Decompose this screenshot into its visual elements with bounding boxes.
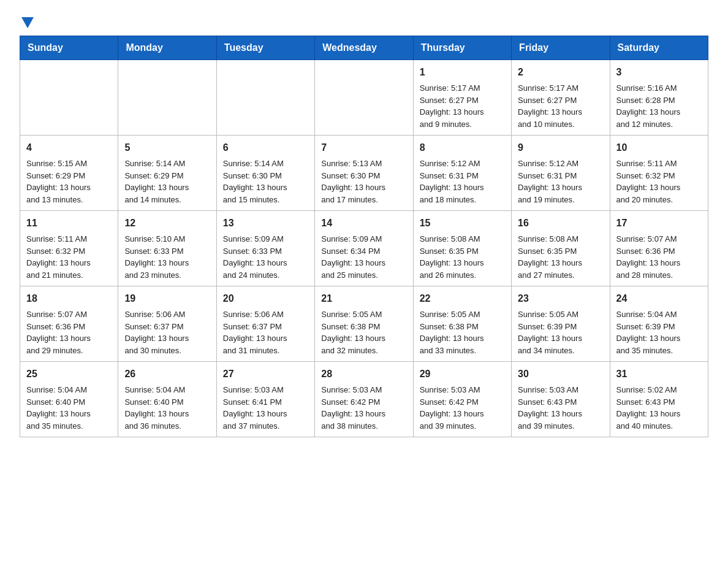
sun-info: Sunrise: 5:04 AM Sunset: 6:40 PM Dayligh… — [124, 384, 210, 432]
day-number: 10 — [616, 140, 702, 155]
sun-info: Sunrise: 5:12 AM Sunset: 6:31 PM Dayligh… — [518, 158, 603, 205]
sun-info: Sunrise: 5:06 AM Sunset: 6:37 PM Dayligh… — [124, 308, 210, 356]
calendar-week-3: 11Sunrise: 5:11 AM Sunset: 6:32 PM Dayli… — [20, 211, 708, 286]
weekday-header-tuesday: Tuesday — [216, 36, 314, 60]
day-number: 24 — [616, 291, 702, 306]
sun-info: Sunrise: 5:08 AM Sunset: 6:35 PM Dayligh… — [518, 233, 603, 281]
day-number: 14 — [321, 216, 406, 231]
day-number: 11 — [26, 216, 112, 231]
calendar-cell: 25Sunrise: 5:04 AM Sunset: 6:40 PM Dayli… — [20, 362, 118, 437]
day-number: 16 — [518, 216, 603, 231]
sun-info: Sunrise: 5:09 AM Sunset: 6:34 PM Dayligh… — [321, 233, 406, 281]
sun-info: Sunrise: 5:16 AM Sunset: 6:28 PM Dayligh… — [616, 82, 702, 130]
sun-info: Sunrise: 5:09 AM Sunset: 6:33 PM Dayligh… — [223, 233, 308, 281]
day-number: 5 — [124, 140, 210, 155]
sun-info: Sunrise: 5:04 AM Sunset: 6:40 PM Dayligh… — [26, 384, 112, 432]
calendar-cell: 2Sunrise: 5:17 AM Sunset: 6:27 PM Daylig… — [512, 60, 610, 136]
day-number: 2 — [518, 65, 603, 80]
sun-info: Sunrise: 5:05 AM Sunset: 6:39 PM Dayligh… — [518, 308, 603, 356]
day-number: 25 — [26, 367, 112, 381]
logo — [20, 15, 34, 26]
calendar-cell: 18Sunrise: 5:07 AM Sunset: 6:36 PM Dayli… — [20, 286, 118, 362]
sun-info: Sunrise: 5:14 AM Sunset: 6:30 PM Dayligh… — [223, 158, 308, 205]
weekday-header-row: SundayMondayTuesdayWednesdayThursdayFrid… — [20, 36, 708, 60]
sun-info: Sunrise: 5:10 AM Sunset: 6:33 PM Dayligh… — [124, 233, 210, 281]
day-number: 15 — [420, 216, 505, 231]
day-number: 30 — [518, 367, 603, 381]
day-number: 13 — [223, 216, 308, 231]
calendar-cell: 28Sunrise: 5:03 AM Sunset: 6:42 PM Dayli… — [315, 362, 413, 437]
calendar-cell — [315, 60, 413, 136]
calendar-cell: 24Sunrise: 5:04 AM Sunset: 6:39 PM Dayli… — [610, 286, 708, 362]
day-number: 20 — [223, 291, 308, 306]
sun-info: Sunrise: 5:03 AM Sunset: 6:42 PM Dayligh… — [321, 384, 406, 432]
weekday-header-friday: Friday — [512, 36, 610, 60]
day-number: 31 — [616, 367, 702, 381]
weekday-header-saturday: Saturday — [610, 36, 708, 60]
day-number: 29 — [420, 367, 505, 381]
calendar-cell: 13Sunrise: 5:09 AM Sunset: 6:33 PM Dayli… — [216, 211, 314, 286]
day-number: 19 — [124, 291, 210, 306]
calendar-cell: 17Sunrise: 5:07 AM Sunset: 6:36 PM Dayli… — [610, 211, 708, 286]
sun-info: Sunrise: 5:07 AM Sunset: 6:36 PM Dayligh… — [26, 308, 112, 356]
calendar-table: SundayMondayTuesdayWednesdayThursdayFrid… — [20, 36, 708, 437]
sun-info: Sunrise: 5:15 AM Sunset: 6:29 PM Dayligh… — [26, 158, 112, 205]
day-number: 6 — [223, 140, 308, 155]
page-header — [20, 15, 708, 26]
sun-info: Sunrise: 5:17 AM Sunset: 6:27 PM Dayligh… — [518, 82, 603, 130]
day-number: 7 — [321, 140, 406, 155]
calendar-cell: 6Sunrise: 5:14 AM Sunset: 6:30 PM Daylig… — [216, 136, 314, 211]
calendar-cell: 7Sunrise: 5:13 AM Sunset: 6:30 PM Daylig… — [315, 136, 413, 211]
sun-info: Sunrise: 5:11 AM Sunset: 6:32 PM Dayligh… — [616, 158, 702, 205]
calendar-cell: 5Sunrise: 5:14 AM Sunset: 6:29 PM Daylig… — [118, 136, 216, 211]
weekday-header-thursday: Thursday — [413, 36, 511, 60]
calendar-cell: 12Sunrise: 5:10 AM Sunset: 6:33 PM Dayli… — [118, 211, 216, 286]
sun-info: Sunrise: 5:08 AM Sunset: 6:35 PM Dayligh… — [420, 233, 505, 281]
sun-info: Sunrise: 5:04 AM Sunset: 6:39 PM Dayligh… — [616, 308, 702, 356]
calendar-cell: 20Sunrise: 5:06 AM Sunset: 6:37 PM Dayli… — [216, 286, 314, 362]
calendar-week-2: 4Sunrise: 5:15 AM Sunset: 6:29 PM Daylig… — [20, 136, 708, 211]
calendar-cell: 3Sunrise: 5:16 AM Sunset: 6:28 PM Daylig… — [610, 60, 708, 136]
sun-info: Sunrise: 5:14 AM Sunset: 6:29 PM Dayligh… — [124, 158, 210, 205]
sun-info: Sunrise: 5:12 AM Sunset: 6:31 PM Dayligh… — [420, 158, 505, 205]
calendar-cell: 15Sunrise: 5:08 AM Sunset: 6:35 PM Dayli… — [413, 211, 511, 286]
sun-info: Sunrise: 5:03 AM Sunset: 6:42 PM Dayligh… — [420, 384, 505, 432]
day-number: 17 — [616, 216, 702, 231]
day-number: 1 — [420, 65, 505, 80]
calendar-cell: 10Sunrise: 5:11 AM Sunset: 6:32 PM Dayli… — [610, 136, 708, 211]
calendar-cell: 9Sunrise: 5:12 AM Sunset: 6:31 PM Daylig… — [512, 136, 610, 211]
calendar-cell: 30Sunrise: 5:03 AM Sunset: 6:43 PM Dayli… — [512, 362, 610, 437]
calendar-cell: 21Sunrise: 5:05 AM Sunset: 6:38 PM Dayli… — [315, 286, 413, 362]
calendar-cell: 14Sunrise: 5:09 AM Sunset: 6:34 PM Dayli… — [315, 211, 413, 286]
calendar-cell: 4Sunrise: 5:15 AM Sunset: 6:29 PM Daylig… — [20, 136, 118, 211]
logo-arrow-icon — [21, 17, 34, 28]
sun-info: Sunrise: 5:13 AM Sunset: 6:30 PM Dayligh… — [321, 158, 406, 205]
day-number: 18 — [26, 291, 112, 306]
calendar-week-4: 18Sunrise: 5:07 AM Sunset: 6:36 PM Dayli… — [20, 286, 708, 362]
calendar-cell: 23Sunrise: 5:05 AM Sunset: 6:39 PM Dayli… — [512, 286, 610, 362]
day-number: 12 — [124, 216, 210, 231]
calendar-cell: 11Sunrise: 5:11 AM Sunset: 6:32 PM Dayli… — [20, 211, 118, 286]
day-number: 28 — [321, 367, 406, 381]
calendar-cell: 29Sunrise: 5:03 AM Sunset: 6:42 PM Dayli… — [413, 362, 511, 437]
day-number: 23 — [518, 291, 603, 306]
calendar-week-1: 1Sunrise: 5:17 AM Sunset: 6:27 PM Daylig… — [20, 60, 708, 136]
day-number: 22 — [420, 291, 505, 306]
sun-info: Sunrise: 5:11 AM Sunset: 6:32 PM Dayligh… — [26, 233, 112, 281]
day-number: 27 — [223, 367, 308, 381]
day-number: 21 — [321, 291, 406, 306]
sun-info: Sunrise: 5:03 AM Sunset: 6:43 PM Dayligh… — [518, 384, 603, 432]
calendar-cell: 22Sunrise: 5:05 AM Sunset: 6:38 PM Dayli… — [413, 286, 511, 362]
calendar-cell — [20, 60, 118, 136]
calendar-cell: 19Sunrise: 5:06 AM Sunset: 6:37 PM Dayli… — [118, 286, 216, 362]
day-number: 26 — [124, 367, 210, 381]
calendar-cell — [216, 60, 314, 136]
calendar-cell: 16Sunrise: 5:08 AM Sunset: 6:35 PM Dayli… — [512, 211, 610, 286]
day-number: 3 — [616, 65, 702, 80]
sun-info: Sunrise: 5:07 AM Sunset: 6:36 PM Dayligh… — [616, 233, 702, 281]
calendar-cell: 31Sunrise: 5:02 AM Sunset: 6:43 PM Dayli… — [610, 362, 708, 437]
calendar-week-5: 25Sunrise: 5:04 AM Sunset: 6:40 PM Dayli… — [20, 362, 708, 437]
sun-info: Sunrise: 5:03 AM Sunset: 6:41 PM Dayligh… — [223, 384, 308, 432]
sun-info: Sunrise: 5:05 AM Sunset: 6:38 PM Dayligh… — [420, 308, 505, 356]
calendar-cell — [118, 60, 216, 136]
